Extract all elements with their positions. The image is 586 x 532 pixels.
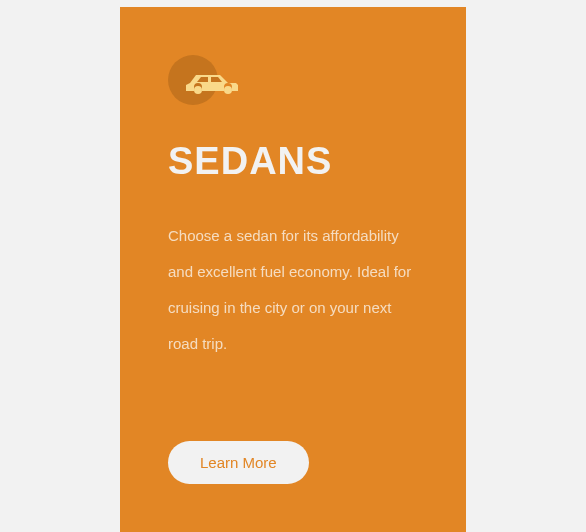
car-icon xyxy=(182,69,242,97)
sedan-card: SEDANS Choose a sedan for its affordabil… xyxy=(120,7,466,532)
card-title: SEDANS xyxy=(168,140,418,183)
svg-point-1 xyxy=(224,86,232,94)
svg-point-0 xyxy=(194,86,202,94)
card-description: Choose a sedan for its affordability and… xyxy=(168,218,418,381)
sedan-icon xyxy=(168,55,218,105)
learn-more-button[interactable]: Learn More xyxy=(168,441,309,484)
